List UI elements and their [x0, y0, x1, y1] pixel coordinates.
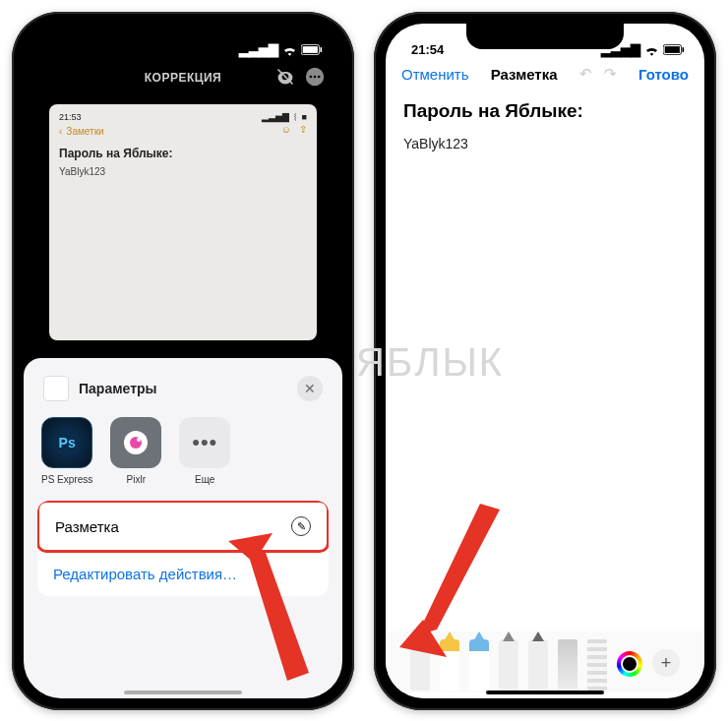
app-more[interactable]: ••• Еще — [179, 417, 230, 485]
close-icon: ✕ — [304, 381, 316, 396]
app-pixlr[interactable]: Pixlr — [110, 417, 161, 485]
battery-icon — [663, 44, 685, 55]
app-label: Pixlr — [127, 474, 146, 485]
wifi-icon — [644, 44, 659, 56]
share-icon: ⇪ — [299, 124, 307, 135]
svg-rect-1 — [303, 46, 318, 53]
cancel-button[interactable]: Отменить — [401, 66, 469, 83]
annotation-arrow — [218, 533, 327, 681]
done-button[interactable]: Готово — [638, 66, 689, 83]
screenshot-preview[interactable]: 21:53 ▂▃▅▇⧙■ ‹ Заметки ☺ ⇪ Пароль на Ябл… — [49, 104, 317, 340]
svg-rect-2 — [320, 47, 322, 52]
redo-icon[interactable]: ↷ — [604, 65, 617, 83]
chevron-left-icon: ‹ — [59, 126, 62, 137]
people-icon: ☺ — [281, 124, 291, 135]
svg-marker-12 — [246, 547, 309, 681]
preview-text: YaBlyk123 — [59, 166, 307, 177]
edit-topbar: КОРРЕКЦИЯ — [24, 59, 342, 96]
color-picker[interactable] — [617, 651, 642, 677]
svg-marker-17 — [417, 504, 500, 635]
preview-thumb — [43, 376, 69, 401]
phone-left: ▂▃▅▇ КОРРЕКЦИЯ 21:53 ▂▃▅▇⧙■ ‹ — [12, 12, 354, 710]
svg-point-5 — [310, 76, 313, 79]
pixlr-icon — [110, 417, 161, 468]
app-label: PS Express — [41, 474, 92, 485]
notch — [104, 24, 262, 49]
markup-label: Разметка — [55, 518, 119, 535]
more-apps-icon: ••• — [179, 417, 230, 468]
app-label: Еще — [195, 474, 214, 485]
app-ps-express[interactable]: Ps PS Express — [41, 417, 92, 485]
svg-point-7 — [318, 76, 321, 79]
notes-back: ‹ Заметки — [59, 126, 104, 137]
markup-canvas[interactable]: Пароль на Яблыке: YaBlyk123 — [386, 89, 704, 163]
page-title: Разметка — [491, 66, 558, 83]
preview-status: ▂▃▅▇⧙■ — [262, 112, 307, 122]
battery-icon — [301, 44, 323, 55]
add-button[interactable]: + — [652, 649, 680, 677]
lasso-tool[interactable] — [558, 639, 577, 691]
phone-right: 21:54 ▂▃▅▇ Отменить Разметка ↶ ↷ Готово … — [374, 12, 716, 710]
svg-point-10 — [137, 438, 141, 442]
page-title: КОРРЕКЦИЯ — [145, 71, 222, 85]
more-icon[interactable] — [305, 67, 325, 87]
preview-time: 21:53 — [59, 112, 82, 122]
annotation-arrow — [394, 504, 512, 661]
share-apps: Ps PS Express Pixlr ••• Еще — [37, 413, 329, 501]
undo-icon[interactable]: ↶ — [579, 65, 592, 83]
sheet-title: Параметры — [79, 381, 157, 396]
svg-point-6 — [314, 76, 317, 79]
svg-rect-14 — [665, 46, 680, 53]
note-heading: Пароль на Яблыке: — [403, 100, 687, 122]
ruler-tool[interactable] — [587, 639, 607, 691]
preview-heading: Пароль на Яблыке: — [59, 147, 307, 160]
eraser-tool[interactable] — [528, 639, 548, 691]
note-text: YaBlyk123 — [403, 136, 687, 151]
edit-actions-label: Редактировать действия… — [53, 566, 237, 582]
notch — [466, 24, 624, 49]
home-indicator[interactable] — [124, 691, 242, 694]
markup-header: Отменить Разметка ↶ ↷ Готово — [386, 59, 704, 89]
status-time: 21:54 — [411, 42, 444, 57]
plus-icon: + — [661, 653, 672, 674]
visibility-off-icon[interactable] — [275, 67, 295, 87]
wifi-icon — [282, 44, 297, 56]
home-indicator[interactable] — [486, 691, 604, 694]
svg-rect-15 — [682, 47, 684, 52]
ps-express-icon: Ps — [41, 417, 92, 468]
close-button[interactable]: ✕ — [297, 376, 323, 401]
